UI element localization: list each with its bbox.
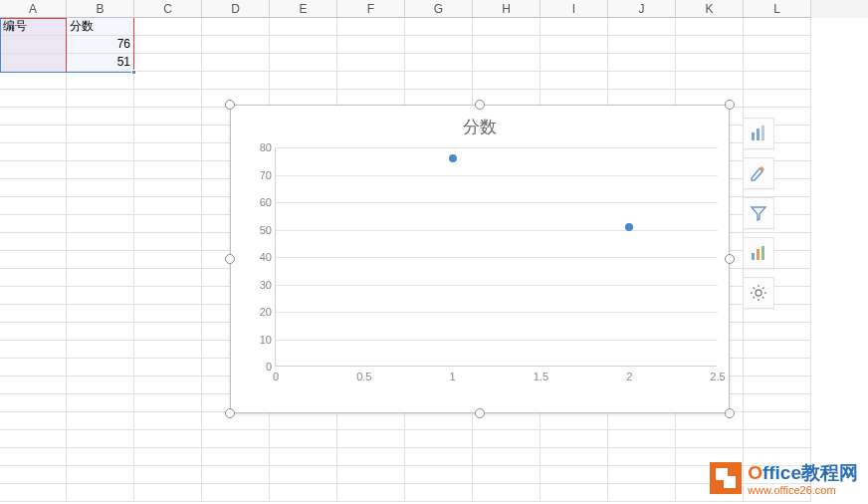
cell-I24[interactable]: [541, 430, 608, 448]
cell-C17[interactable]: [134, 305, 202, 323]
cell-A20[interactable]: [0, 359, 67, 377]
cell-E25[interactable]: [270, 448, 337, 466]
cell-C7[interactable]: [134, 126, 202, 143]
cell-A21[interactable]: [0, 377, 67, 394]
cell-B18[interactable]: [67, 323, 134, 341]
cell-J4[interactable]: [608, 72, 676, 90]
cell-J3[interactable]: [608, 54, 676, 72]
cell-C1[interactable]: [134, 18, 202, 36]
cell-B24[interactable]: [67, 430, 134, 448]
cell-B8[interactable]: [67, 143, 134, 161]
cell-A11[interactable]: [0, 197, 67, 215]
cell-D23[interactable]: [202, 412, 270, 430]
cell-B1[interactable]: 分数: [67, 18, 134, 36]
cell-I2[interactable]: [541, 36, 608, 54]
cell-B15[interactable]: [67, 269, 134, 287]
cell-G3[interactable]: [405, 54, 473, 72]
cell-C22[interactable]: [134, 394, 202, 412]
cell-G23[interactable]: [405, 412, 473, 430]
cell-J26[interactable]: [608, 466, 676, 484]
cell-B19[interactable]: [67, 341, 134, 359]
resize-handle-tm[interactable]: [475, 100, 485, 110]
cell-C20[interactable]: [134, 359, 202, 377]
data-point[interactable]: [449, 154, 457, 162]
cell-E2[interactable]: [270, 36, 337, 54]
resize-handle-tl[interactable]: [225, 100, 235, 110]
cell-F23[interactable]: [337, 412, 405, 430]
cell-E4[interactable]: [270, 72, 337, 90]
cell-D2[interactable]: [202, 36, 270, 54]
resize-handle-ml[interactable]: [225, 254, 235, 264]
col-header-I[interactable]: I: [541, 0, 608, 18]
cell-A24[interactable]: [0, 430, 67, 448]
cell-A26[interactable]: [0, 466, 67, 484]
cell-F2[interactable]: [337, 36, 405, 54]
cell-A14[interactable]: [0, 251, 67, 269]
cell-B10[interactable]: [67, 179, 134, 197]
cell-B11[interactable]: [67, 197, 134, 215]
cell-L21[interactable]: [744, 377, 811, 394]
cell-J2[interactable]: [608, 36, 676, 54]
col-header-C[interactable]: C: [134, 0, 202, 18]
cell-C18[interactable]: [134, 323, 202, 341]
cell-B16[interactable]: [67, 287, 134, 305]
cell-C26[interactable]: [134, 466, 202, 484]
cell-G4[interactable]: [405, 72, 473, 90]
cell-B22[interactable]: [67, 394, 134, 412]
cell-E3[interactable]: [270, 54, 337, 72]
cell-A22[interactable]: [0, 394, 67, 412]
cell-B12[interactable]: [67, 215, 134, 233]
cell-B13[interactable]: [67, 233, 134, 251]
cell-G26[interactable]: [405, 466, 473, 484]
cell-A18[interactable]: [0, 323, 67, 341]
cell-G27[interactable]: [405, 484, 473, 502]
cell-C9[interactable]: [134, 161, 202, 179]
cell-B25[interactable]: [67, 448, 134, 466]
cell-F27[interactable]: [337, 484, 405, 502]
cell-C6[interactable]: [134, 108, 202, 126]
cell-G24[interactable]: [405, 430, 473, 448]
cell-J23[interactable]: [608, 412, 676, 430]
col-header-D[interactable]: D: [202, 0, 270, 18]
cell-H27[interactable]: [473, 484, 541, 502]
cell-D3[interactable]: [202, 54, 270, 72]
cell-H1[interactable]: [473, 18, 541, 36]
col-header-L[interactable]: L: [744, 0, 811, 18]
cell-B5[interactable]: [67, 90, 134, 108]
cell-G1[interactable]: [405, 18, 473, 36]
cell-D4[interactable]: [202, 72, 270, 90]
cell-E23[interactable]: [270, 412, 337, 430]
cell-L18[interactable]: [744, 323, 811, 341]
cell-A16[interactable]: [0, 287, 67, 305]
cell-A23[interactable]: [0, 412, 67, 430]
cell-J24[interactable]: [608, 430, 676, 448]
cell-A9[interactable]: [0, 161, 67, 179]
cell-A2[interactable]: [0, 36, 67, 54]
cell-F1[interactable]: [337, 18, 405, 36]
cell-H24[interactable]: [473, 430, 541, 448]
cell-I23[interactable]: [541, 412, 608, 430]
chart-filter-button[interactable]: [743, 197, 774, 229]
resize-handle-bl[interactable]: [225, 408, 235, 418]
cell-H26[interactable]: [473, 466, 541, 484]
cell-A5[interactable]: [0, 90, 67, 108]
chart-title[interactable]: 分数: [231, 116, 729, 138]
cell-C25[interactable]: [134, 448, 202, 466]
col-header-B[interactable]: B: [67, 0, 134, 18]
resize-handle-tr[interactable]: [725, 100, 735, 110]
col-header-K[interactable]: K: [676, 0, 744, 18]
cell-A3[interactable]: [0, 54, 67, 72]
cell-A4[interactable]: [0, 72, 67, 90]
cell-L23[interactable]: [744, 412, 811, 430]
cell-G2[interactable]: [405, 36, 473, 54]
cell-E26[interactable]: [270, 466, 337, 484]
cell-J1[interactable]: [608, 18, 676, 36]
cell-B6[interactable]: [67, 108, 134, 126]
cell-D24[interactable]: [202, 430, 270, 448]
col-header-J[interactable]: J: [608, 0, 676, 18]
cell-L19[interactable]: [744, 341, 811, 359]
chart-settings-button[interactable]: [743, 277, 774, 309]
cell-C19[interactable]: [134, 341, 202, 359]
cell-A13[interactable]: [0, 233, 67, 251]
cell-C5[interactable]: [134, 90, 202, 108]
